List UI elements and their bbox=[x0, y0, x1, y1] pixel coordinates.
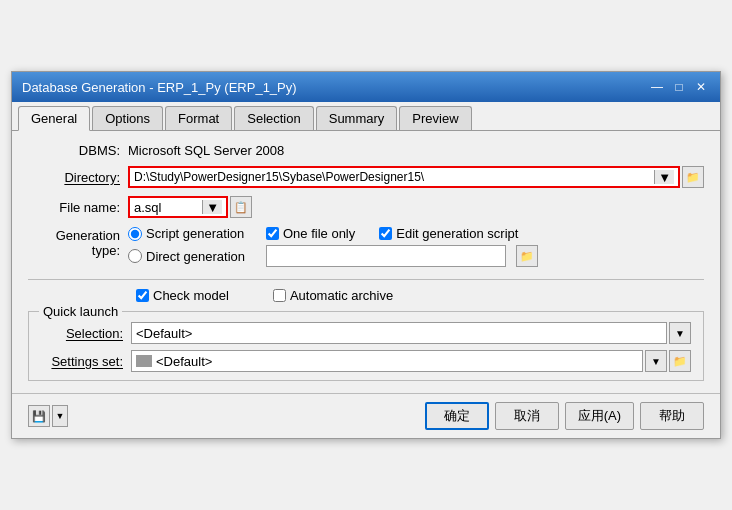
filename-input[interactable]: a.sql ▼ bbox=[128, 196, 228, 218]
one-file-checkbox-label[interactable]: One file only bbox=[266, 226, 355, 241]
help-button[interactable]: 帮助 bbox=[640, 402, 704, 430]
check-model-checkbox-label[interactable]: Check model bbox=[136, 288, 229, 303]
tab-format[interactable]: Format bbox=[165, 106, 232, 130]
directory-row: Directory: D:\Study\PowerDesigner15\Syba… bbox=[28, 166, 704, 188]
auto-archive-checkbox[interactable] bbox=[273, 289, 286, 302]
tab-content: DBMS: Microsoft SQL Server 2008 Director… bbox=[12, 131, 720, 393]
script-gen-row: Script generation One file only Edit gen… bbox=[128, 226, 704, 241]
filename-row: File name: a.sql ▼ 📋 bbox=[28, 196, 704, 218]
tab-summary[interactable]: Summary bbox=[316, 106, 398, 130]
filename-combo-wrapper: a.sql ▼ 📋 bbox=[128, 196, 704, 218]
dbms-row: DBMS: Microsoft SQL Server 2008 bbox=[28, 143, 704, 158]
save-dropdown-button[interactable]: ▼ bbox=[52, 405, 68, 427]
maximize-button[interactable]: □ bbox=[670, 78, 688, 96]
quick-launch-group: Quick launch Selection: <Default> ▼ Sett… bbox=[28, 311, 704, 381]
apply-button[interactable]: 应用(A) bbox=[565, 402, 634, 430]
quick-launch-label: Quick launch bbox=[39, 304, 122, 319]
one-file-label: One file only bbox=[283, 226, 355, 241]
tab-options[interactable]: Options bbox=[92, 106, 163, 130]
settings-row: Settings set: <Default> ▼ 📁 bbox=[41, 350, 691, 372]
generation-type-row: Generation type: Script generation One f… bbox=[28, 226, 704, 271]
divider-1 bbox=[28, 279, 704, 280]
settings-browse-button[interactable]: 📁 bbox=[669, 350, 691, 372]
directory-dropdown-arrow[interactable]: ▼ bbox=[654, 170, 674, 184]
script-gen-radio-label[interactable]: Script generation bbox=[128, 226, 258, 241]
dbms-label: DBMS: bbox=[28, 143, 128, 158]
filename-label: File name: bbox=[28, 200, 128, 215]
edit-gen-label: Edit generation script bbox=[396, 226, 518, 241]
settings-value: <Default> bbox=[156, 354, 212, 369]
filename-browse-button[interactable]: 📋 bbox=[230, 196, 252, 218]
close-button[interactable]: ✕ bbox=[692, 78, 710, 96]
direct-gen-browse-button[interactable]: 📁 bbox=[516, 245, 538, 267]
selection-dropdown-arrow[interactable]: ▼ bbox=[669, 322, 691, 344]
one-file-checkbox[interactable] bbox=[266, 227, 279, 240]
directory-label: Directory: bbox=[28, 170, 128, 185]
directory-input[interactable]: D:\Study\PowerDesigner15\Sybase\PowerDes… bbox=[128, 166, 680, 188]
script-gen-label: Script generation bbox=[146, 226, 244, 241]
auto-archive-checkbox-label[interactable]: Automatic archive bbox=[273, 288, 393, 303]
tab-general[interactable]: General bbox=[18, 106, 90, 131]
selection-combo-wrapper: <Default> ▼ bbox=[131, 322, 691, 344]
selection-combo[interactable]: <Default> bbox=[131, 322, 667, 344]
tab-bar: General Options Format Selection Summary… bbox=[12, 102, 720, 131]
check-options-row: Check model Automatic archive bbox=[136, 288, 704, 303]
action-buttons: 确定 取消 应用(A) 帮助 bbox=[425, 402, 704, 430]
title-bar: Database Generation - ERP_1_Py (ERP_1_Py… bbox=[12, 72, 720, 102]
script-gen-radio[interactable] bbox=[128, 227, 142, 241]
directory-combo-wrapper: D:\Study\PowerDesigner15\Sybase\PowerDes… bbox=[128, 166, 704, 188]
tab-preview[interactable]: Preview bbox=[399, 106, 471, 130]
check-model-label: Check model bbox=[153, 288, 229, 303]
settings-combo-wrapper: <Default> ▼ 📁 bbox=[131, 350, 691, 372]
cancel-button[interactable]: 取消 bbox=[495, 402, 559, 430]
edit-gen-checkbox[interactable] bbox=[379, 227, 392, 240]
tab-selection[interactable]: Selection bbox=[234, 106, 313, 130]
check-model-checkbox[interactable] bbox=[136, 289, 149, 302]
gentype-label: Generation type: bbox=[28, 226, 128, 258]
main-window: Database Generation - ERP_1_Py (ERP_1_Py… bbox=[11, 71, 721, 439]
selection-row: Selection: <Default> ▼ bbox=[41, 322, 691, 344]
bottom-bar: 💾 ▼ 确定 取消 应用(A) 帮助 bbox=[12, 393, 720, 438]
filename-value: a.sql bbox=[134, 200, 161, 215]
direct-gen-input[interactable] bbox=[266, 245, 506, 267]
selection-label: Selection: bbox=[41, 326, 131, 341]
direct-gen-radio-label[interactable]: Direct generation bbox=[128, 249, 258, 264]
settings-label: Settings set: bbox=[41, 354, 131, 369]
settings-combo[interactable]: <Default> bbox=[131, 350, 643, 372]
window-title: Database Generation - ERP_1_Py (ERP_1_Py… bbox=[22, 80, 297, 95]
settings-dropdown-arrow[interactable]: ▼ bbox=[645, 350, 667, 372]
selection-value: <Default> bbox=[136, 326, 192, 341]
directory-browse-button[interactable]: 📁 bbox=[682, 166, 704, 188]
ok-button[interactable]: 确定 bbox=[425, 402, 489, 430]
auto-archive-label: Automatic archive bbox=[290, 288, 393, 303]
filename-dropdown-arrow[interactable]: ▼ bbox=[202, 200, 222, 214]
direct-gen-radio[interactable] bbox=[128, 249, 142, 263]
direct-gen-row: Direct generation 📁 bbox=[128, 245, 704, 267]
window-controls: — □ ✕ bbox=[648, 78, 710, 96]
dbms-value: Microsoft SQL Server 2008 bbox=[128, 143, 704, 158]
save-button[interactable]: 💾 bbox=[28, 405, 50, 427]
edit-gen-checkbox-label[interactable]: Edit generation script bbox=[379, 226, 518, 241]
direct-gen-label: Direct generation bbox=[146, 249, 245, 264]
gentype-options: Script generation One file only Edit gen… bbox=[128, 226, 704, 271]
minimize-button[interactable]: — bbox=[648, 78, 666, 96]
save-controls: 💾 ▼ bbox=[28, 405, 68, 427]
directory-value: D:\Study\PowerDesigner15\Sybase\PowerDes… bbox=[134, 170, 424, 184]
settings-icon bbox=[136, 355, 152, 367]
